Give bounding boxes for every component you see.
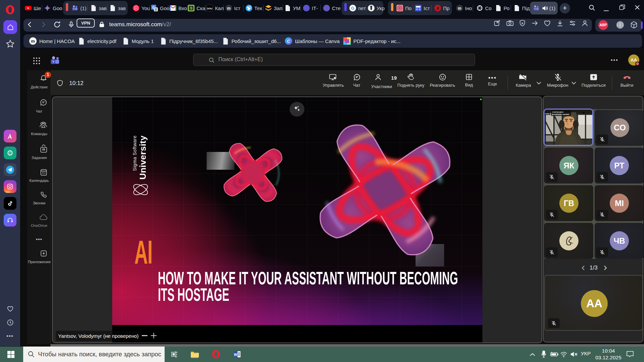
svg-text:m: m [31, 39, 35, 44]
svg-text:S: S [190, 6, 192, 10]
svg-text:YOUR RELIABLE: YOUR RELIABLE [552, 111, 563, 113]
svg-text:ersity: ersity [545, 113, 549, 115]
svg-text:T: T [52, 60, 54, 64]
svg-text:DOU: DOU [207, 7, 212, 10]
svg-text:文: 文 [154, 8, 158, 11]
svg-text:W: W [234, 353, 237, 357]
svg-text:T: T [73, 8, 75, 10]
svg-text:m: m [227, 6, 231, 11]
svg-text:C: C [287, 39, 290, 44]
svg-text:G: G [351, 6, 354, 11]
svg-text:m: m [458, 6, 462, 11]
svg-text:T: T [534, 8, 536, 10]
svg-text:∂: ∂ [437, 6, 439, 11]
svg-text:EDUCATIONAL PARTNER: EDUCATIONAL PARTNER [552, 114, 569, 115]
